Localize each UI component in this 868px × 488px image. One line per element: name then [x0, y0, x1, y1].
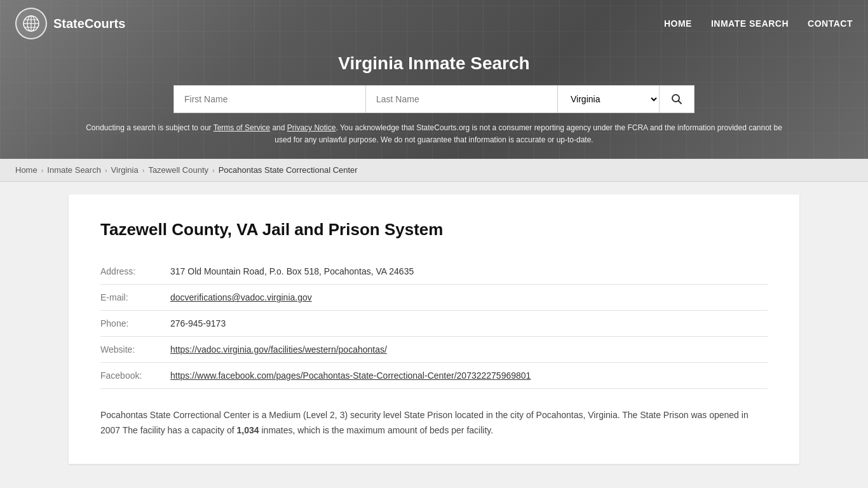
state-select[interactable]: Select State AlabamaAlaskaArizona Arkans…	[557, 85, 659, 113]
address-label: Address:	[100, 259, 170, 285]
breadcrumb-inmate-search[interactable]: Inmate Search	[47, 165, 101, 175]
table-row: Phone: 276-945-9173	[100, 311, 768, 337]
facebook-label: Facebook:	[100, 363, 170, 389]
nav-home[interactable]: HOME	[664, 18, 692, 29]
top-nav: StateCourts HOME INMATE SEARCH CONTACT	[0, 0, 868, 47]
logo-icon	[15, 8, 47, 39]
website-link[interactable]: https://vadoc.virginia.gov/facilities/we…	[170, 344, 387, 355]
breadcrumb-sep-4: ›	[212, 166, 215, 174]
table-row: Facebook: https://www.facebook.com/pages…	[100, 363, 768, 389]
breadcrumb-virginia[interactable]: Virginia	[111, 165, 139, 175]
table-row: Website: https://vadoc.virginia.gov/faci…	[100, 337, 768, 363]
website-label: Website:	[100, 337, 170, 363]
privacy-link[interactable]: Privacy Notice	[287, 123, 336, 132]
email-link[interactable]: docverifications@vadoc.virginia.gov	[170, 292, 312, 302]
logo-link[interactable]: StateCourts	[15, 8, 125, 39]
email-label: E-mail:	[100, 285, 170, 311]
first-name-input[interactable]	[173, 85, 365, 113]
description-bold: 1,034	[237, 425, 259, 435]
description-after-bold: inmates, which is the maximum amount of …	[259, 425, 494, 435]
facility-info-table: Address: 317 Old Mountain Road, P.o. Box…	[100, 259, 768, 389]
svg-line-7	[679, 101, 682, 104]
disclaimer-text: Conducting a search is subject to our Te…	[85, 122, 783, 146]
search-icon	[671, 93, 682, 105]
table-row: Address: 317 Old Mountain Road, P.o. Box…	[100, 259, 768, 285]
terms-link[interactable]: Terms of Service	[214, 123, 270, 132]
header: StateCourts HOME INMATE SEARCH CONTACT V…	[0, 0, 868, 159]
breadcrumb-sep-2: ›	[105, 166, 107, 174]
breadcrumb-sep-1: ›	[41, 166, 44, 174]
nav-inmate-search[interactable]: INMATE SEARCH	[711, 18, 789, 29]
main-content: Tazewell County, VA Jail and Prison Syst…	[0, 182, 868, 488]
search-title: Virginia Inmate Search	[13, 53, 855, 74]
nav-links: HOME INMATE SEARCH CONTACT	[664, 18, 853, 29]
last-name-input[interactable]	[365, 85, 557, 113]
search-section: Virginia Inmate Search Select State Alab…	[0, 47, 868, 159]
logo-text: StateCourts	[53, 17, 125, 31]
table-row: E-mail: docverifications@vadoc.virginia.…	[100, 285, 768, 311]
breadcrumb-tazewell[interactable]: Tazewell County	[148, 165, 208, 175]
breadcrumb-sep-3: ›	[142, 166, 145, 174]
nav-contact[interactable]: CONTACT	[808, 18, 853, 29]
search-bar: Select State AlabamaAlaskaArizona Arkans…	[173, 85, 695, 113]
email-value: docverifications@vadoc.virginia.gov	[170, 285, 768, 311]
content-card: Tazewell County, VA Jail and Prison Syst…	[69, 194, 799, 464]
website-value: https://vadoc.virginia.gov/facilities/we…	[170, 337, 768, 363]
facility-description: Pocahontas State Correctional Center is …	[100, 408, 768, 438]
phone-value: 276-945-9173	[170, 311, 768, 337]
address-value: 317 Old Mountain Road, P.o. Box 518, Poc…	[170, 259, 768, 285]
facebook-value: https://www.facebook.com/pages/Pocahonta…	[170, 363, 768, 389]
search-button[interactable]	[659, 85, 695, 113]
facebook-link[interactable]: https://www.facebook.com/pages/Pocahonta…	[170, 370, 531, 381]
facility-title: Tazewell County, VA Jail and Prison Syst…	[100, 220, 768, 240]
breadcrumb-current: Pocahontas State Correctional Center	[219, 165, 358, 175]
breadcrumb-home[interactable]: Home	[15, 165, 37, 175]
breadcrumb: Home › Inmate Search › Virginia › Tazewe…	[0, 159, 868, 182]
phone-label: Phone:	[100, 311, 170, 337]
